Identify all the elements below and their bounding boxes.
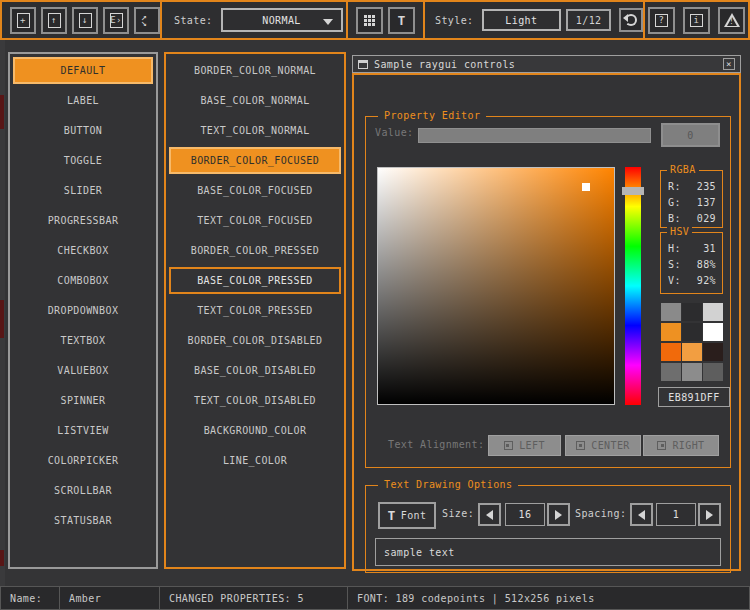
help-icon: ? — [655, 14, 668, 27]
spacing-decrease-button[interactable] — [630, 503, 653, 526]
hue-slider[interactable] — [625, 167, 641, 405]
color-swatch[interactable] — [661, 323, 681, 341]
property-item[interactable]: TEXT_COLOR_FOCUSED — [169, 207, 341, 234]
toggle-grid-button[interactable] — [356, 7, 383, 34]
align-right-button[interactable]: RIGHT — [643, 435, 719, 456]
screen-edge-strip — [0, 40, 5, 586]
control-item-slider[interactable]: SLIDER — [13, 177, 153, 204]
file-new-icon: + — [17, 13, 30, 28]
color-panel-cursor[interactable] — [582, 183, 590, 191]
sample-text-input[interactable]: sample text — [375, 538, 721, 566]
color-swatch[interactable] — [703, 343, 723, 361]
color-swatch[interactable] — [682, 303, 702, 321]
control-item-dropdownbox[interactable]: DROPDOWNBOX — [13, 297, 153, 324]
arrow-right-icon — [555, 510, 562, 520]
align-center-button[interactable]: CENTER — [565, 435, 641, 456]
file-save-icon: ↓ — [79, 13, 92, 28]
info-button[interactable]: i — [683, 7, 710, 34]
load-style-button[interactable]: ↑ — [41, 7, 67, 34]
style-name-button[interactable]: Light — [482, 9, 562, 31]
text-drawing-options-title: Text Drawing Options — [378, 479, 518, 490]
arrow-right-icon — [706, 510, 713, 520]
warning-button[interactable]: ! — [718, 7, 745, 34]
spacing-value-box[interactable]: 1 — [656, 503, 696, 526]
size-increase-button[interactable] — [547, 503, 570, 526]
property-item[interactable]: TEXT_COLOR_DISABLED — [169, 387, 341, 414]
control-item-statusbar[interactable]: STATUSBAR — [13, 507, 153, 534]
control-item-progressbar[interactable]: PROGRESSBAR — [13, 207, 153, 234]
control-item-listview[interactable]: LISTVIEW — [13, 417, 153, 444]
control-item-checkbox[interactable]: CHECKBOX — [13, 237, 153, 264]
color-swatch[interactable] — [661, 303, 681, 321]
text-icon: T — [397, 13, 405, 28]
text-drawing-options-group: Text Drawing Options T Font Size: 16 Spa… — [365, 485, 731, 573]
control-item-button[interactable]: BUTTON — [13, 117, 153, 144]
reload-style-button[interactable] — [619, 8, 643, 32]
color-swatch[interactable] — [703, 303, 723, 321]
toggle-text-button[interactable]: T — [388, 7, 415, 34]
color-swatch[interactable] — [682, 343, 702, 361]
property-item[interactable]: BASE_COLOR_NORMAL — [169, 87, 341, 114]
color-swatch[interactable] — [661, 343, 681, 361]
color-saturation-panel[interactable] — [377, 167, 615, 405]
state-dropdown-value: NORMAL — [262, 15, 301, 26]
color-swatch[interactable] — [682, 363, 702, 381]
color-swatch[interactable] — [703, 363, 723, 381]
font-button[interactable]: T Font — [378, 502, 436, 529]
color-swatch[interactable] — [661, 363, 681, 381]
control-item-valuebox[interactable]: VALUEBOX — [13, 357, 153, 384]
random-style-button[interactable]: ↗ ↘ — [134, 7, 160, 34]
align-left-icon — [504, 441, 513, 450]
size-value-box[interactable]: 16 — [505, 503, 545, 526]
control-item-label[interactable]: LABEL — [13, 87, 153, 114]
help-button[interactable]: ? — [648, 7, 675, 34]
property-item[interactable]: BASE_COLOR_FOCUSED — [169, 177, 341, 204]
style-index-value: 1/12 — [576, 15, 602, 26]
control-item-spinner[interactable]: SPINNER — [13, 387, 153, 414]
status-font-info: FONT: 189 codepoints | 512x256 pixels — [347, 586, 750, 610]
property-item[interactable]: LINE_COLOR — [169, 447, 341, 474]
property-item[interactable]: BASE_COLOR_DISABLED — [169, 357, 341, 384]
hex-color-input[interactable]: EB891DFF — [658, 387, 730, 407]
property-item[interactable]: TEXT_COLOR_NORMAL — [169, 117, 341, 144]
property-item-focused[interactable]: BASE_COLOR_PRESSED — [169, 267, 341, 294]
size-decrease-button[interactable] — [478, 503, 501, 526]
new-style-button[interactable]: + — [10, 7, 36, 34]
hsv-row-v: V: 92% — [666, 273, 718, 289]
property-item[interactable]: BORDER_COLOR_DISABLED — [169, 327, 341, 354]
color-swatch[interactable] — [682, 323, 702, 341]
rgba-row-r: R: 235 — [666, 179, 718, 195]
property-item-selected[interactable]: BORDER_COLOR_FOCUSED — [169, 147, 341, 174]
control-item-scrollbar[interactable]: SCROLLBAR — [13, 477, 153, 504]
save-style-button[interactable]: ↓ — [72, 7, 98, 34]
rgba-title: RGBA — [667, 164, 699, 175]
property-editor-group: Property Editor Value: 0 RGBA R: 235 — [365, 116, 731, 468]
export-style-button[interactable]: E› — [103, 7, 129, 34]
style-index-box: 1/12 — [566, 9, 611, 31]
hue-slider-handle[interactable] — [622, 187, 644, 195]
color-swatch[interactable] — [703, 323, 723, 341]
close-button[interactable]: × — [723, 58, 735, 70]
control-item-colorpicker[interactable]: COLORPICKER — [13, 447, 153, 474]
size-label: Size: — [442, 508, 474, 519]
control-item-toggle[interactable]: TOGGLE — [13, 147, 153, 174]
properties-list: BORDER_COLOR_NORMAL BASE_COLOR_NORMAL TE… — [164, 52, 346, 569]
rguistyler-app: + ↑ ↓ E› ↗ ↘ State: NORMAL T — [0, 0, 750, 610]
property-item[interactable]: BORDER_COLOR_NORMAL — [169, 57, 341, 84]
window-titlebar[interactable]: Sample raygui controls × — [352, 55, 741, 73]
close-icon: × — [726, 59, 732, 69]
property-item[interactable]: BORDER_COLOR_PRESSED — [169, 237, 341, 264]
value-slider[interactable] — [418, 128, 651, 143]
align-left-button[interactable]: LEFT — [488, 435, 561, 456]
spacing-increase-button[interactable] — [698, 503, 721, 526]
toolbar-view-section: T — [346, 0, 425, 40]
property-item[interactable]: TEXT_COLOR_PRESSED — [169, 297, 341, 324]
control-item-textbox[interactable]: TEXTBOX — [13, 327, 153, 354]
control-item-default[interactable]: DEFAULT — [13, 57, 153, 84]
toolbar-file-section: + ↑ ↓ E› ↗ ↘ — [0, 0, 162, 40]
property-item[interactable]: BACKGROUND_COLOR — [169, 417, 341, 444]
value-box[interactable]: 0 — [661, 123, 720, 147]
control-item-combobox[interactable]: COMBOBOX — [13, 267, 153, 294]
status-style-name[interactable]: Amber — [59, 586, 160, 610]
state-dropdown[interactable]: NORMAL — [221, 8, 343, 32]
